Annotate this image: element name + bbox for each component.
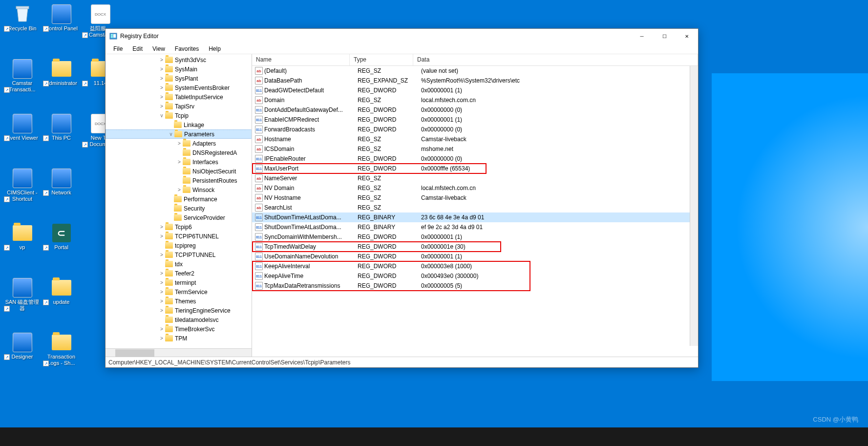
values-pane[interactable]: Name Type Data ab(Default)REG_SZ(value n…	[252, 54, 698, 357]
column-type[interactable]: Type	[350, 54, 413, 65]
tree-item[interactable]: tiledatamodelsvc	[106, 315, 252, 324]
expander-icon[interactable]: >	[158, 308, 165, 313]
tree-item[interactable]: >TCPIPTUNNEL	[106, 250, 252, 259]
tree-item[interactable]: PersistentRoutes	[106, 176, 252, 185]
tree-item[interactable]: >Tcpip6	[106, 222, 252, 232]
tree-item[interactable]: >TabletInputService	[106, 92, 252, 102]
desktop-icon[interactable]: ↗Administrator	[43, 59, 80, 86]
expander-icon[interactable]: v	[168, 131, 174, 137]
tree-item[interactable]: vTcpip	[106, 111, 252, 120]
tree-item[interactable]: DNSRegisteredA	[106, 148, 252, 157]
menu-help[interactable]: Help	[204, 44, 226, 53]
value-row[interactable]: 011IPEnableRouterREG_DWORD0x00000000 (0)	[252, 154, 698, 164]
tree-pane[interactable]: >Synth3dVsc>SysMain>SysPlant>SystemEvent…	[106, 54, 252, 357]
tree-item[interactable]: >TapiSrv	[106, 102, 252, 111]
titlebar[interactable]: Registry Editor ─ ☐ ✕	[106, 29, 698, 43]
value-row[interactable]: 011DeadGWDetectDefaultREG_DWORD0x0000000…	[252, 85, 698, 95]
menu-view[interactable]: View	[148, 44, 170, 53]
desktop-icon[interactable]: ↗update	[43, 277, 80, 305]
list-header[interactable]: Name Type Data	[252, 54, 698, 66]
desktop-icon[interactable]: ↗Designer	[4, 332, 41, 360]
expander-icon[interactable]: >	[158, 76, 165, 81]
tree-item[interactable]: vParameters	[106, 129, 252, 139]
expander-icon[interactable]: >	[158, 252, 165, 257]
taskbar[interactable]	[0, 427, 868, 446]
value-row[interactable]: abNameServerREG_SZ	[252, 173, 698, 183]
expander-icon[interactable]: >	[176, 159, 183, 165]
column-name[interactable]: Name	[252, 54, 350, 65]
value-row[interactable]: 011MaxUserPortREG_DWORD0x0000fffe (65534…	[252, 164, 698, 173]
column-data[interactable]: Data	[413, 54, 698, 65]
value-row[interactable]: 011TcpTimedWaitDelayREG_DWORD0x0000001e …	[252, 242, 698, 252]
expander-icon[interactable]: >	[158, 336, 165, 341]
tree-item[interactable]: >SysPlant	[106, 74, 252, 83]
value-row[interactable]: 011ForwardBroadcastsREG_DWORD0x00000000 …	[252, 125, 698, 134]
tree-item[interactable]: >TieringEngineService	[106, 306, 252, 315]
desktop-icon[interactable]: ↗Transaction Logs - Sh...	[43, 332, 80, 366]
value-row[interactable]: abICSDomainREG_SZmshome.net	[252, 144, 698, 154]
tree-item[interactable]: >SystemEventsBroker	[106, 83, 252, 92]
value-row[interactable]: 011ShutDownTimeAtLastDoma...REG_BINARY23…	[252, 212, 698, 222]
tree-horizontal-scrollbar[interactable]	[106, 348, 252, 357]
tree-item[interactable]: >TCPIP6TUNNEL	[106, 232, 252, 241]
expander-icon[interactable]: >	[158, 280, 165, 285]
value-row[interactable]: 011ShutDownTimeAtLastDoma...REG_BINARYef…	[252, 222, 698, 232]
tree-item[interactable]: NsiObjectSecurit	[106, 167, 252, 176]
value-row[interactable]: 011KeepAliveIntervalREG_DWORD0x000003e8 …	[252, 261, 698, 271]
menu-favorites[interactable]: Favorites	[170, 44, 204, 53]
value-row[interactable]: 011EnableICMPRedirectREG_DWORD0x00000001…	[252, 115, 698, 125]
desktop-icon[interactable]: ↗This PC	[43, 113, 80, 141]
expander-icon[interactable]: >	[158, 104, 165, 109]
tree-item[interactable]: Performance	[106, 194, 252, 204]
value-row[interactable]: ab(Default)REG_SZ(value not set)	[252, 66, 698, 76]
desktop-icon[interactable]: ↗Control Panel	[43, 4, 80, 32]
expander-icon[interactable]: >	[176, 187, 183, 192]
expander-icon[interactable]: >	[158, 66, 165, 72]
tree-item[interactable]: >Teefer2	[106, 269, 252, 278]
tree-item[interactable]: >TimeBrokerSvc	[106, 324, 252, 334]
expander-icon[interactable]: v	[158, 113, 165, 118]
tree-item[interactable]: >TPM	[106, 334, 252, 343]
expander-icon[interactable]: >	[158, 298, 165, 304]
tree-item[interactable]: tdx	[106, 259, 252, 269]
value-row[interactable]: abDomainREG_SZlocal.mfstech.com.cn	[252, 95, 698, 105]
value-row[interactable]: 011KeepAliveTimeREG_DWORD0x000493e0 (300…	[252, 271, 698, 281]
value-row[interactable]: 011TcpMaxDataRetransmissionsREG_DWORD0x0…	[252, 281, 698, 291]
value-row[interactable]: abHostnameREG_SZCamstar-liveback	[252, 134, 698, 144]
desktop-icon[interactable]: ↗Recycle Bin	[4, 4, 41, 32]
minimize-button[interactable]: ─	[631, 29, 653, 43]
tree-item[interactable]: Linkage	[106, 120, 252, 129]
tree-item[interactable]: >SysMain	[106, 64, 252, 74]
tree-item[interactable]: >Synth3dVsc	[106, 55, 252, 64]
tree-item[interactable]: >Themes	[106, 297, 252, 306]
desktop-icon[interactable]: ⊂↗Portal	[43, 223, 80, 251]
tree-item[interactable]: >Winsock	[106, 185, 252, 194]
expander-icon[interactable]: >	[158, 85, 165, 90]
expander-icon[interactable]: >	[158, 326, 165, 332]
close-button[interactable]: ✕	[676, 29, 698, 43]
tree-item[interactable]: ServiceProvider	[106, 213, 252, 222]
expander-icon[interactable]: >	[158, 94, 165, 100]
expander-icon[interactable]: >	[158, 289, 165, 295]
tree-item[interactable]: Security	[106, 204, 252, 213]
tree-item[interactable]: >Interfaces	[106, 157, 252, 167]
value-row[interactable]: abSearchListREG_SZ	[252, 203, 698, 212]
value-row[interactable]: 011DontAddDefaultGatewayDef...REG_DWORD0…	[252, 105, 698, 115]
expander-icon[interactable]: >	[158, 57, 165, 63]
value-row[interactable]: abNV HostnameREG_SZCamstar-liveback	[252, 193, 698, 203]
tree-item[interactable]: >terminpt	[106, 278, 252, 287]
expander-icon[interactable]: >	[158, 271, 165, 276]
value-row[interactable]: 011UseDomainNameDevolutionREG_DWORD0x000…	[252, 252, 698, 261]
desktop-icon[interactable]: ↗SAN 磁盘管理器	[4, 277, 41, 312]
desktop-icon[interactable]: ↗Event Viewer	[4, 113, 41, 141]
expander-icon[interactable]: >	[158, 234, 165, 239]
value-row[interactable]: abDataBasePathREG_EXPAND_SZ%SystemRoot%\…	[252, 76, 698, 85]
list-vertical-scrollbar[interactable]	[690, 66, 698, 346]
desktop-icon[interactable]: ↗Network	[43, 168, 80, 196]
expander-icon[interactable]: >	[176, 141, 183, 146]
desktop-icon[interactable]: ↗Camstar Transacti...	[4, 59, 41, 93]
tree-item[interactable]: >Adapters	[106, 139, 252, 148]
tree-item[interactable]: >TermService	[106, 287, 252, 297]
expander-icon[interactable]: >	[158, 224, 165, 230]
maximize-button[interactable]: ☐	[653, 29, 676, 43]
